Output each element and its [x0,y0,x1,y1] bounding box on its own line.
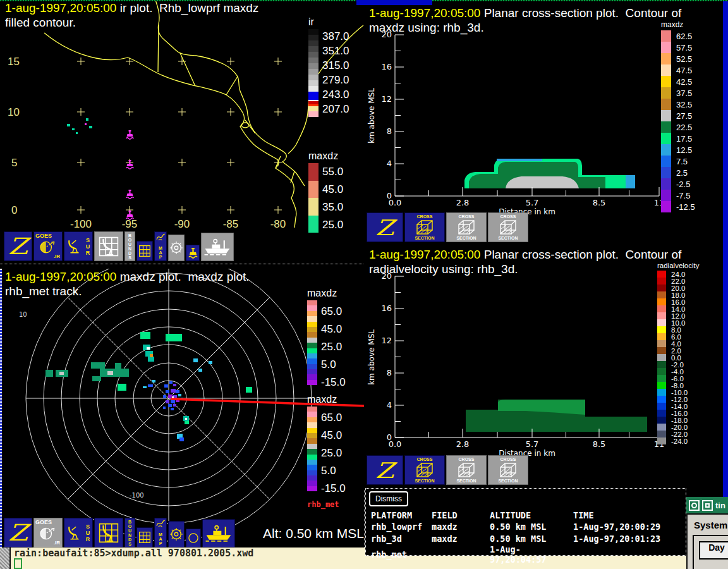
panel-title: 1-aug-1997,20:05:00 ir plot. Rhb_lowprf … [5,1,258,15]
grid-button[interactable] [136,241,153,261]
surveillance-radar-button[interactable]: SUR [64,231,93,261]
col-header-field: FIELD [432,510,490,520]
ship-button[interactable] [202,519,235,548]
svg-text:12: 12 [381,336,392,345]
ship-button[interactable] [201,233,234,261]
data-status-window: Dismiss PLATFORM FIELD ALTITUDE TIME rhb… [365,488,686,556]
colorbar-segment [657,368,666,375]
dismiss-button[interactable]: Dismiss [369,491,408,506]
svg-text:5.7: 5.7 [526,198,539,207]
goes-ir-button[interactable]: GOES .IR [33,518,63,548]
radar-grid-button[interactable] [94,518,123,548]
svg-text:-85: -85 [223,218,239,230]
ir-label: .IR [54,541,62,546]
grid-button[interactable] [136,527,153,548]
colorbar-segment [307,428,317,433]
radar-toolbar: Z GOES .IR SUR BOUNDS MAP [4,518,364,548]
colorbar-label: 279.0 [322,74,349,87]
zebra-logo-button[interactable]: Z [367,455,403,485]
colorbar-segment [661,121,671,133]
window-iconify-icon[interactable] [702,500,713,511]
colorbar-segment [657,382,666,389]
colorbar-segment [307,348,317,353]
colorbar-segment [657,312,666,319]
colorbar-segment [657,291,666,298]
goes-label: GOES [34,520,52,525]
panel-title: 1-aug-1997,20:05:00 Planar cross-section… [369,248,681,262]
grid-label: -100 [130,492,144,499]
track-platform-label: rhb_met [307,500,339,509]
svg-text:0.0: 0.0 [389,439,402,449]
svg-text:16: 16 [381,62,392,71]
surveillance-radar-button[interactable]: SUR [64,518,93,548]
cross-label: CROSS [417,457,433,462]
colorbar-label: -24.0 [671,437,688,445]
colorbar-label: 35.0 [322,201,343,214]
bounds-button[interactable]: BOUNDS [124,518,135,548]
svg-text:-90: -90 [174,218,190,230]
colorbar-segment [307,305,317,310]
svg-text:4: 4 [387,400,392,410]
section-label: SECTION [456,479,476,484]
radar-grid-button[interactable] [94,231,123,261]
circle-icon [187,532,200,544]
contour-fill [464,159,635,188]
zebra-logo-button[interactable]: Z [4,518,32,548]
colorbar-segment [307,327,317,332]
colorbar-label: 57.5 [676,43,692,52]
svg-text:15: 15 [8,56,20,68]
cross-section-button-active[interactable]: CROSS SECTION [404,455,445,485]
colorbar-label: 17.5 [676,134,692,144]
table-row: rhb_3dmaxdz0.50 km MSL1-Aug-97,20:01:23 [371,532,684,544]
azimuth-button[interactable] [168,521,185,548]
colorbar-segment [307,449,317,454]
terminal-scrollbar[interactable] [0,548,11,569]
colorbar-label: 42.5 [676,77,692,87]
buoy-button[interactable] [186,245,200,261]
colorbar-label: -7.5 [676,191,690,200]
cross-section-button[interactable]: CROSS SECTION [446,455,487,485]
colorbar-maxdz-2: maxdz 65.045.025.05.0-15.0 [307,394,337,491]
circle-button[interactable] [186,529,201,548]
colorbar-label: -15.0 [321,376,346,389]
colorbar-maxdz: maxdz 55.045.035.025.0 [308,150,338,233]
panel-title-line2: radialvelocity using: rhb_3d. [369,262,518,276]
terminal-cursor [14,558,22,569]
cube-icon [457,219,476,236]
system-window: System Day [686,513,728,569]
colorbar-label: 25.0 [321,447,342,460]
cross-section-button[interactable]: CROSS SECTION [446,212,487,242]
colorbar-segment [308,35,318,40]
colorbar-segment [657,340,666,347]
colorbar-title: radialvelocity [657,262,699,269]
col-header-platform: PLATFORM [371,510,432,520]
radar-dish-icon [66,238,83,255]
colorbar-label: 5.0 [321,358,336,371]
azimuth-button[interactable] [168,235,185,261]
colorbar-label: -15.0 [321,482,346,495]
map-button[interactable]: MAP [154,518,167,548]
colorbar-segment [307,380,317,385]
colorbar-segment [661,133,671,144]
map-button[interactable]: MAP [154,231,167,261]
colorbar-segment [307,322,317,327]
colorbar-segment [307,353,317,358]
cross-section-button[interactable]: CROSS SECTION [488,212,528,242]
colorbar-segment [308,92,318,100]
zebra-logo-button[interactable]: Z [4,231,32,261]
cross-section-button[interactable]: CROSS SECTION [488,455,528,485]
day-button[interactable]: Day [699,541,728,560]
window-menu-icon[interactable] [689,500,700,511]
colorbar-segment [307,412,317,417]
panel-title-line2: rhb_met track. [5,284,82,298]
colorbar-label: 45.0 [322,183,343,196]
col-header-altitude: ALTITUDE [490,510,573,520]
goes-ir-button[interactable]: GOES .IR [33,231,63,261]
bounds-button[interactable]: BOUNDS [124,231,135,261]
colorbar-maxdz: maxdz 62.557.552.547.542.537.532.527.522… [661,20,683,212]
zebra-logo-button[interactable]: Z [367,212,403,242]
cross-section-button-active[interactable]: CROSS SECTION [404,212,445,242]
colorbar-label: 25.0 [321,341,342,353]
colorbar-ir: ir 387.0351.0315.0279.0243.0207.0 [308,16,318,117]
colorbar-segment [661,156,671,167]
